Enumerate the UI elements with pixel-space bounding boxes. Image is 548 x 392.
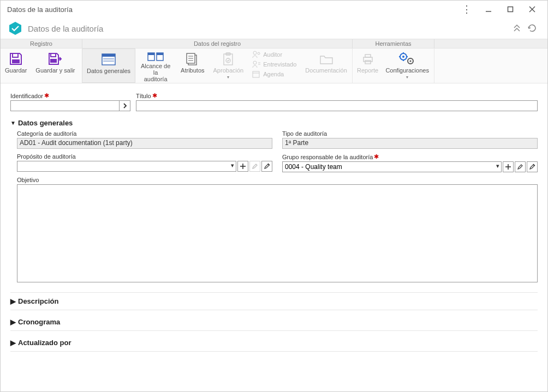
reporte-button: Reporte [353, 49, 383, 83]
categoria-label: Categoría de auditoría [17, 130, 76, 137]
add-button[interactable] [237, 161, 248, 172]
ribbon-group-registro: Registro [1, 39, 82, 48]
printer-icon [361, 51, 374, 67]
ribbon-group-bar: Registro Datos del registro Herramientas [1, 39, 547, 49]
subheader: Datos de la auditoría [1, 18, 547, 39]
caret-right-icon: ▶ [10, 297, 16, 305]
atributos-button[interactable]: Atributos [176, 49, 209, 83]
aprobacion-label: Aprobación [213, 67, 244, 74]
svg-rect-8 [50, 59, 57, 63]
svg-point-25 [253, 51, 257, 55]
interviewed-icon [252, 61, 261, 68]
page-title: Datos de la auditoría [28, 24, 103, 33]
save-button[interactable]: Guardar [1, 49, 31, 83]
edit-button[interactable] [515, 161, 526, 172]
proposito-label: Propósito de auditoría [17, 153, 76, 160]
maximize-button[interactable] [499, 1, 521, 18]
alcance-button[interactable]: Alcance de la auditoría [135, 49, 176, 83]
kebab-menu-icon[interactable]: ⋮ [456, 3, 478, 15]
minimize-button[interactable] [478, 1, 499, 18]
atributos-label: Atributos [181, 67, 204, 74]
refresh-icon[interactable] [525, 21, 540, 36]
svg-rect-6 [12, 59, 20, 63]
section-title: Datos generales [18, 119, 73, 127]
identificador-label: Identificador [10, 93, 43, 99]
folder-icon [319, 51, 333, 67]
titlebar: Datos de la auditoría ⋮ [1, 1, 547, 18]
section-datos-generales-toggle[interactable]: ▼ Datos generales [10, 119, 538, 127]
caret-down-icon: ▼ [10, 120, 16, 126]
svg-rect-5 [13, 53, 18, 57]
ribbon-group-herramientas: Herramientas [353, 39, 434, 48]
svg-rect-16 [157, 53, 163, 55]
categoria-value: AD01 - Audit documentation (1st party) [17, 138, 272, 149]
save-exit-icon [47, 51, 63, 67]
tipo-label: Tipo de auditoría [282, 130, 327, 137]
svg-rect-22 [224, 54, 233, 65]
objetivo-label: Objetivo [17, 177, 39, 183]
svg-rect-30 [253, 71, 259, 77]
required-icon: ✱ [44, 92, 49, 99]
scope-icon [147, 51, 164, 63]
tipo-value: 1ª Parte [282, 138, 538, 149]
svg-point-42 [410, 60, 412, 62]
svg-rect-34 [365, 61, 371, 64]
configuraciones-label: Configuraciones [385, 67, 429, 74]
reporte-label: Reporte [357, 67, 378, 74]
svg-point-36 [402, 56, 404, 58]
objetivo-textarea[interactable] [17, 184, 538, 282]
svg-point-26 [258, 52, 260, 55]
chevron-down-icon: ▾ [227, 74, 229, 81]
app-logo-icon [8, 21, 22, 35]
svg-marker-4 [9, 22, 21, 35]
auditor-icon [252, 51, 261, 58]
window-title: Datos de la auditoría [7, 5, 456, 14]
clear-button[interactable] [261, 161, 272, 172]
grupo-label: Grupo responsable de la auditoría [282, 154, 373, 160]
grupo-select[interactable] [282, 161, 502, 172]
section-title: Descripción [18, 297, 58, 305]
documentacion-button: Documentación [301, 49, 351, 83]
svg-point-27 [253, 61, 257, 64]
agenda-label: Agenda [263, 71, 284, 77]
save-exit-button[interactable]: Guardar y salir [31, 49, 79, 83]
identificador-input[interactable] [10, 100, 120, 111]
configuraciones-button[interactable]: Configuraciones ▾ [383, 49, 432, 83]
attributes-icon [186, 51, 200, 67]
save-exit-label: Guardar y salir [35, 67, 75, 74]
svg-rect-10 [102, 54, 115, 57]
datos-generales-button[interactable]: Datos generales [82, 49, 135, 83]
caret-right-icon: ▶ [10, 318, 16, 326]
collapse-up-icon[interactable] [509, 21, 525, 36]
ribbon: Guardar Guardar y salir Datos generales … [1, 49, 547, 83]
gears-icon [399, 51, 415, 67]
required-icon: ✱ [152, 92, 157, 99]
add-button[interactable] [503, 161, 514, 172]
section-title: Cronograma [18, 318, 60, 326]
datos-generales-label: Datos generales [87, 68, 130, 74]
section-cronograma-toggle[interactable]: ▶ Cronograma [10, 313, 538, 331]
proposito-select[interactable] [17, 161, 236, 172]
clear-button[interactable] [527, 161, 538, 172]
edit-button [249, 161, 260, 172]
svg-rect-33 [365, 55, 371, 57]
close-button[interactable] [521, 1, 543, 18]
section-title: Actualizado por [18, 339, 72, 347]
form-icon [102, 51, 116, 68]
documentacion-label: Documentación [305, 67, 347, 74]
form-body: Identificador ✱ Título ✱ ▼ Datos general… [1, 83, 547, 356]
required-icon: ✱ [374, 153, 379, 160]
agenda-icon [252, 70, 261, 78]
chevron-down-icon: ▾ [406, 74, 408, 81]
auditor-label: Auditor [263, 51, 282, 58]
titulo-label: Título [136, 93, 151, 99]
svg-rect-14 [148, 53, 154, 55]
titulo-input[interactable] [136, 100, 538, 111]
svg-rect-7 [51, 53, 56, 57]
alcance-label: Alcance de la auditoría [139, 63, 172, 82]
svg-rect-1 [508, 7, 513, 12]
identificador-lookup-button[interactable] [120, 100, 130, 111]
section-actualizado-toggle[interactable]: ▶ Actualizado por [10, 334, 538, 352]
section-descripcion-toggle[interactable]: ▶ Descripción [10, 292, 538, 310]
approval-icon [222, 51, 234, 67]
